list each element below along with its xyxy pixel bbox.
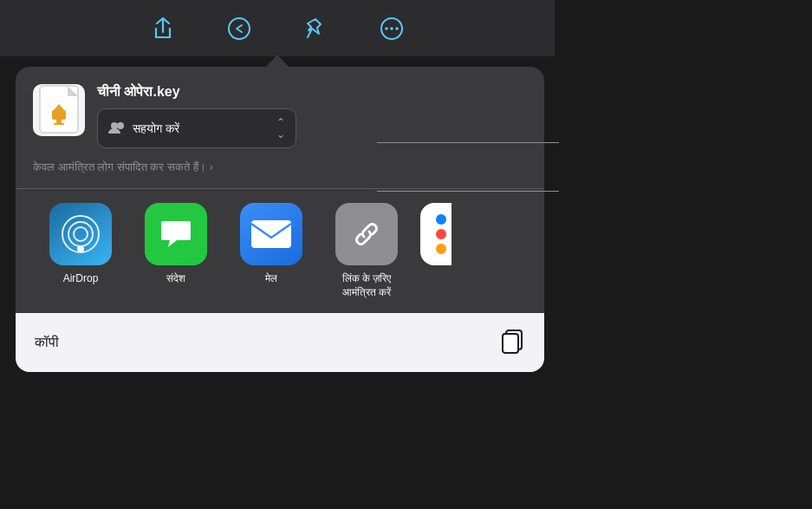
svg-rect-10 [54,123,64,125]
file-info: चीनी ओपेरा.key सहयोग करें ⌃⌄ [97,84,527,148]
svg-point-4 [390,27,393,30]
svg-point-11 [111,122,118,129]
subtitle-text[interactable]: केवल आमंत्रित लोग संपादित कर सकते हैं। › [33,160,527,174]
messages-icon [145,203,207,265]
share-popover: चीनी ओपेरा.key सहयोग करें ⌃⌄ केवल आमंत्र… [16,67,544,372]
app-item-mail[interactable]: मेल [224,203,319,299]
collaborate-label: सहयोग करें [133,121,179,136]
popover-arrow [266,55,289,67]
messages-label: संदेश [166,272,185,286]
file-icon [33,84,85,136]
chevron-updown-icon: ⌃⌄ [276,116,285,140]
svg-rect-13 [251,220,291,248]
share-icon[interactable] [151,16,175,41]
svg-point-5 [395,27,399,30]
app-item-airdrop[interactable]: AirDrop [33,203,128,299]
section-divider [16,188,544,189]
toolbar [0,0,555,56]
dot-orange [436,244,446,254]
connector-line-1 [377,142,559,143]
more-icon[interactable] [380,16,404,41]
file-name: चीनी ओपेरा.key [97,84,527,100]
mail-label: मेल [265,272,277,286]
file-header: चीनी ओपेरा.key सहयोग करें ⌃⌄ [33,84,527,148]
svg-point-12 [117,122,124,129]
copy-label: कॉपी [35,335,59,350]
subtitle-chevron-icon: › [210,161,213,173]
airdrop-icon [49,203,112,265]
svg-rect-15 [503,334,518,353]
app-item-link[interactable]: लिंक के ज़रिएआमंत्रित करें [319,203,414,299]
svg-point-3 [385,27,388,30]
svg-rect-9 [56,120,62,123]
dot-blue [436,214,446,225]
back-icon[interactable] [227,16,251,41]
link-label: लिंक के ज़रिएआमंत्रित करें [342,272,392,299]
airdrop-label: AirDrop [63,272,99,286]
app-item-messages[interactable]: संदेश [128,203,224,299]
dot-red [436,229,446,239]
share-apps-row: AirDrop संदेश मेल [33,203,527,313]
mail-icon [240,203,302,265]
link-icon [335,203,398,265]
pin-icon[interactable] [303,16,328,41]
svg-point-0 [229,18,250,39]
svg-rect-7 [52,110,66,120]
collaborate-button[interactable]: सहयोग करें ⌃⌄ [97,108,296,148]
partial-dots [436,214,446,254]
copy-button[interactable]: कॉपी [16,313,544,372]
copy-icon [499,327,525,358]
connector-line-2 [377,191,559,192]
app-item-partial[interactable] [414,203,458,299]
partial-app-icon [420,203,451,265]
